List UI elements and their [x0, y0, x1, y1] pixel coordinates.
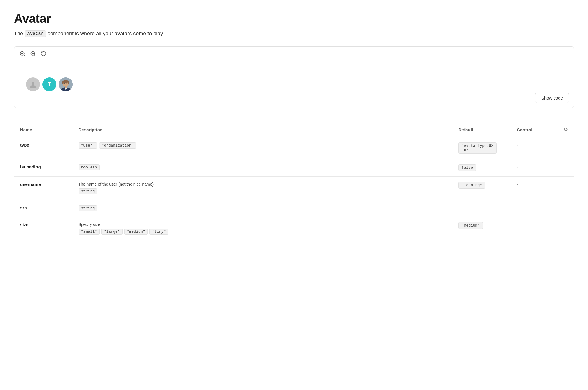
prop-default-size: "medium" — [453, 217, 511, 240]
prop-default-isloading: false — [453, 159, 511, 177]
table-row: isLoading boolean false - — [14, 159, 574, 177]
col-header-name: Name — [14, 122, 73, 137]
page-title: Avatar — [14, 12, 574, 26]
prop-tag: boolean — [79, 164, 100, 170]
col-header-control: Control — [511, 122, 558, 137]
prop-control-src: - — [511, 200, 558, 217]
prop-name-isloading: isLoading — [14, 159, 73, 177]
prop-name-src: src — [14, 200, 73, 217]
prop-desc-username: The name of the user (not the nice name)… — [73, 177, 453, 200]
prop-desc-src: string — [73, 200, 453, 217]
prop-desc-size: Specify size "small" "large" "medium" "t… — [73, 217, 453, 240]
prop-tag: string — [79, 205, 98, 211]
props-table-container: Name Description Default Control ↺ type … — [14, 122, 574, 240]
svg-point-14 — [68, 81, 69, 84]
table-row: size Specify size "small" "large" "mediu… — [14, 217, 574, 240]
prop-control-type: - — [511, 137, 558, 159]
avatar-teal: T — [42, 77, 56, 91]
svg-point-12 — [63, 80, 69, 83]
show-code-button[interactable]: Show code — [535, 93, 569, 103]
table-header-row: Name Description Default Control ↺ — [14, 122, 574, 137]
description-code: Avatar — [25, 30, 46, 37]
preview-content: T — [14, 61, 574, 108]
svg-line-1 — [24, 55, 25, 56]
zoom-out-icon[interactable] — [29, 50, 36, 57]
table-row: type "user" "organization" "AvatarType.U… — [14, 137, 574, 159]
props-table: Name Description Default Control ↺ type … — [14, 122, 574, 240]
prop-tag: "medium" — [124, 229, 148, 235]
description-suffix: component is where all your avatars come… — [48, 31, 164, 37]
prop-tag: "organization" — [99, 142, 136, 149]
description-prefix: The — [14, 31, 23, 37]
col-header-reset: ↺ — [558, 122, 574, 137]
col-header-description: Description — [73, 122, 453, 137]
prop-default-type: "AvatarType.USER" — [453, 137, 511, 159]
table-row: username The name of the user (not the n… — [14, 177, 574, 200]
avatar-gray — [26, 77, 40, 91]
svg-line-5 — [34, 55, 35, 56]
avatar-photo — [59, 77, 73, 91]
page-description: The Avatar component is where all your a… — [14, 30, 574, 37]
reset-zoom-icon[interactable] — [40, 50, 47, 57]
prop-name-type: type — [14, 137, 73, 159]
zoom-in-icon[interactable] — [19, 50, 26, 57]
prop-tag: "user" — [79, 142, 98, 149]
preview-toolbar — [14, 47, 574, 61]
svg-point-7 — [32, 82, 34, 85]
preview-box: T — [14, 46, 574, 108]
prop-desc-type: "user" "organization" — [73, 137, 453, 159]
svg-point-15 — [64, 83, 65, 84]
prop-tag: "tiny" — [149, 229, 168, 235]
prop-control-isloading: - — [511, 159, 558, 177]
prop-control-size: - — [511, 217, 558, 240]
prop-control-username: - — [511, 177, 558, 200]
table-row: src string - - — [14, 200, 574, 217]
avatar-teal-label: T — [48, 81, 51, 88]
prop-default-src: - — [453, 200, 511, 217]
prop-default-username: "loading" — [453, 177, 511, 200]
reset-all-icon[interactable]: ↺ — [563, 127, 568, 133]
svg-point-16 — [67, 83, 67, 84]
svg-point-13 — [62, 81, 64, 84]
prop-name-size: size — [14, 217, 73, 240]
prop-tag: "small" — [79, 229, 100, 235]
prop-tag: string — [79, 188, 98, 194]
svg-point-17 — [65, 85, 66, 85]
col-header-default: Default — [453, 122, 511, 137]
prop-desc-isloading: boolean — [73, 159, 453, 177]
prop-tag: "large" — [101, 229, 123, 235]
prop-name-username: username — [14, 177, 73, 200]
